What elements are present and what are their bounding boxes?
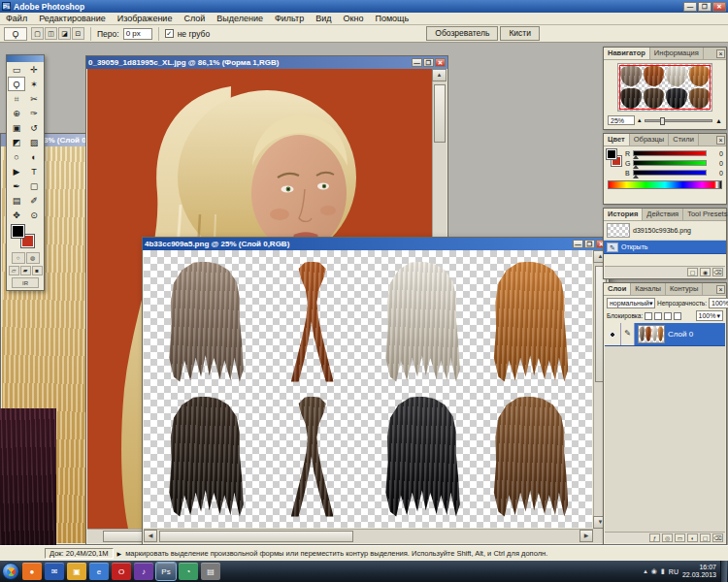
status-arrow-icon[interactable]: ▶ [117, 550, 122, 557]
tray-hidden-icons-icon[interactable]: ▴ [644, 567, 647, 575]
hairs-horizontal-scrollbar[interactable]: ◀ ▶ [144, 529, 593, 543]
brushes-tab[interactable]: Кисти [500, 26, 540, 41]
tab-paths[interactable]: Контуры [666, 283, 703, 295]
taskbar-notes-icon[interactable]: ▤ [201, 563, 220, 580]
delete-layer-icon[interactable]: ⌫ [712, 534, 723, 542]
tab-navigator[interactable]: Навигатор [604, 48, 650, 59]
tab-color[interactable]: Цвет [604, 134, 630, 146]
tool-blur[interactable]: ○ [8, 149, 25, 164]
close-icon[interactable]: ✕ [712, 2, 726, 12]
selection-add-icon[interactable]: ◫ [45, 27, 57, 40]
screen-mode-full-menu-icon[interactable]: ▰ [20, 266, 31, 275]
navigator-view-box[interactable] [619, 65, 711, 110]
tool-lasso[interactable]: Ϙ [8, 77, 25, 91]
selection-subtract-icon[interactable]: ◪ [58, 27, 71, 40]
history-state-row[interactable]: ✎ Открыть [604, 241, 726, 254]
foreground-color-swatch[interactable] [12, 225, 24, 238]
tab-history[interactable]: История [604, 209, 643, 220]
scroll-left-icon[interactable]: ◀ [144, 530, 157, 542]
close-icon[interactable]: × [716, 49, 725, 58]
antialias-checkbox[interactable]: ✓ [165, 29, 174, 38]
minimize-icon[interactable]: — [412, 58, 422, 67]
feather-input[interactable]: 0 px [123, 28, 152, 40]
menu-image[interactable]: Изображение [112, 14, 179, 23]
tool-healing-brush[interactable]: ⊕ [8, 106, 25, 120]
layer-thumbnail[interactable] [638, 325, 665, 343]
tool-notes[interactable]: ▤ [8, 193, 25, 208]
scrollbar-thumb[interactable] [159, 531, 353, 542]
lock-all-checkbox[interactable] [674, 312, 681, 320]
taskbar-internet-explorer-icon[interactable]: e [89, 563, 109, 580]
green-slider[interactable] [633, 160, 707, 166]
selection-intersect-icon[interactable]: ⊡ [72, 27, 84, 40]
tool-crop[interactable]: ⌗ [8, 91, 25, 106]
slider-thumb-icon[interactable] [633, 165, 639, 169]
close-icon[interactable]: × [716, 136, 725, 145]
tool-eyedropper[interactable]: ✐ [25, 193, 43, 208]
new-document-from-state-icon[interactable]: ▢ [687, 268, 698, 276]
layer-row-layer0[interactable]: ✎ Слой 0 [605, 323, 725, 346]
taskbar-clock[interactable]: 16:07 22.03.2013 [682, 564, 716, 580]
tray-volume-icon[interactable]: ▮ [661, 567, 665, 575]
red-slider[interactable] [633, 150, 707, 156]
fill-field[interactable]: 100% ▾ [696, 310, 723, 321]
document-size-indicator[interactable]: Док: 20,4М/20,1М [45, 548, 114, 559]
menu-window[interactable]: Окно [338, 14, 370, 23]
quick-mask-icon[interactable]: ◍ [26, 252, 40, 264]
red-value[interactable]: 0 [710, 150, 723, 157]
menu-help[interactable]: Помощь [369, 14, 414, 23]
opacity-field[interactable]: 100% ▾ [709, 298, 728, 308]
hairs-doc-titlebar[interactable]: 4b33cc909a5.png @ 25% (Слой 0,RGB) — ❐ ✕ [143, 238, 609, 250]
tab-layers[interactable]: Слои [604, 283, 631, 295]
scrollbar-thumb[interactable] [434, 84, 446, 143]
tool-move[interactable]: ✛ [25, 62, 43, 77]
layer-mask-icon[interactable]: ◎ [662, 534, 673, 542]
close-icon[interactable]: × [716, 285, 725, 294]
navigator-preview[interactable] [617, 63, 712, 112]
tab-swatches[interactable]: Образцы [630, 134, 670, 146]
lock-position-checkbox[interactable] [664, 312, 672, 320]
maximize-icon[interactable]: ❐ [698, 2, 711, 12]
standard-mode-icon[interactable]: ○ [12, 252, 25, 264]
slider-thumb-icon[interactable] [633, 175, 639, 178]
adjustment-layer-icon[interactable]: ◐ [687, 534, 698, 542]
zoom-out-icon[interactable]: ▴ [638, 116, 642, 124]
minimize-icon[interactable]: — [573, 240, 583, 248]
foreground-color-swatch[interactable] [607, 149, 616, 159]
start-button[interactable] [2, 563, 19, 580]
delete-state-icon[interactable]: ⌫ [712, 268, 723, 276]
navigator-zoom-slider[interactable] [645, 119, 713, 122]
layer-name[interactable]: Слой 0 [668, 330, 693, 339]
tool-gradient[interactable]: ▨ [25, 135, 43, 149]
scroll-right-icon[interactable]: ▶ [579, 530, 593, 542]
language-indicator[interactable]: RU [669, 568, 678, 575]
maximize-icon[interactable]: ❐ [423, 58, 434, 67]
blue-value[interactable]: 0 [710, 170, 723, 177]
current-tool-icon[interactable]: Ϙ [4, 27, 27, 41]
menu-edit[interactable]: Редактирование [33, 14, 112, 23]
taskbar-mail-icon[interactable]: ✉ [45, 563, 64, 580]
scroll-up-icon[interactable]: ▲ [432, 69, 447, 81]
layer-set-icon[interactable]: ▭ [675, 534, 685, 542]
portrait-doc-titlebar[interactable]: 0_39059_1d81995c_XL.jpg @ 86,1% (Форма 1… [86, 56, 447, 69]
file-browser-tab[interactable]: Обозреватель [426, 26, 498, 41]
slider-thumb-icon[interactable] [633, 155, 639, 159]
tool-shape[interactable]: ▢ [25, 178, 43, 193]
app-titlebar[interactable]: Ps Adobe Photoshop — ❐ ✕ [0, 0, 728, 13]
tray-network-icon[interactable]: ◉ [651, 567, 657, 575]
tab-actions[interactable]: Действия [643, 209, 683, 220]
menu-select[interactable]: Выделение [211, 14, 269, 23]
menu-file[interactable]: Файл [0, 14, 33, 23]
close-icon[interactable]: ✕ [435, 58, 446, 67]
document-window-hairs[interactable]: 4b33cc909a5.png @ 25% (Слой 0,RGB) — ❐ ✕… [142, 237, 610, 545]
menu-filter[interactable]: Фильтр [269, 14, 310, 23]
maximize-icon[interactable]: ❐ [584, 240, 595, 248]
lock-image-checkbox[interactable] [654, 312, 662, 320]
lock-transparency-checkbox[interactable] [645, 312, 652, 320]
tool-dodge[interactable]: ◐ [25, 149, 43, 164]
dark-hair-image[interactable] [0, 408, 56, 545]
color-spectrum-ramp[interactable] [608, 180, 722, 189]
menu-view[interactable]: Вид [310, 14, 337, 23]
show-desktop-button[interactable] [720, 561, 727, 582]
zoom-slider-handle[interactable] [660, 117, 665, 125]
